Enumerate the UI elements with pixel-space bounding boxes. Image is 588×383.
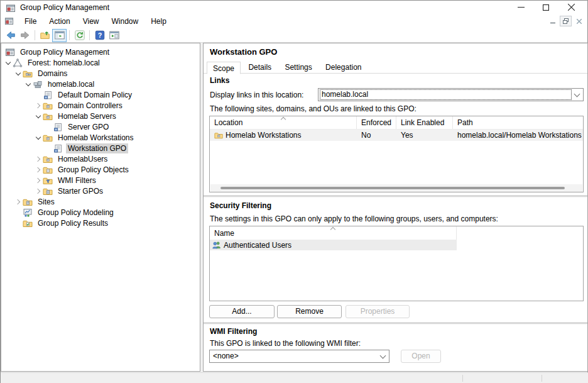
ou-folder-icon — [43, 111, 53, 121]
new-window-button[interactable] — [107, 29, 121, 42]
sort-ascending-icon — [281, 118, 286, 121]
menu-view[interactable]: View — [77, 14, 106, 28]
new-window-icon — [109, 30, 120, 41]
tree-item-homelabusers[interactable]: HomelabUsers — [1, 153, 200, 164]
status-bar-separator — [542, 375, 542, 382]
column-header-name[interactable]: Name — [210, 226, 457, 240]
column-header-link-enabled[interactable]: Link Enabled — [396, 116, 453, 129]
chevron-down-icon[interactable] — [34, 133, 43, 142]
wmi-filtering-intro: This GPO is linked to the following WMI … — [210, 339, 361, 348]
chevron-placeholder — [34, 91, 43, 99]
chevron-down-icon[interactable] — [24, 80, 33, 89]
tree-item-homelab-servers[interactable]: Homelab Servers — [1, 111, 200, 121]
gpmc-window: Group Policy Management File Action View… — [0, 0, 588, 383]
scrollbar-thumb[interactable] — [220, 187, 565, 189]
forward-arrow-icon — [19, 30, 31, 41]
chevron-down-icon[interactable] — [377, 350, 389, 362]
chevron-right-icon[interactable] — [34, 176, 43, 185]
properties-button[interactable]: Properties — [346, 305, 410, 318]
links-heading: Links — [210, 76, 229, 85]
column-header-location[interactable]: Location — [210, 116, 357, 129]
back-button[interactable] — [3, 29, 18, 42]
tab-strip: Scope Details Settings Delegation — [204, 61, 587, 74]
menu-file[interactable]: File — [18, 14, 43, 28]
mdi-close-icon[interactable] — [573, 16, 585, 26]
chevron-right-icon[interactable] — [34, 155, 43, 164]
tree-item-forest[interactable]: Forest: homelab.local — [1, 57, 200, 68]
tab-delegation[interactable]: Delegation — [320, 61, 367, 74]
up-one-level-button[interactable] — [38, 29, 52, 42]
tree-item-group-policy-modeling[interactable]: Group Policy Modeling — [1, 207, 200, 218]
console-tree-icon — [54, 30, 65, 41]
menu-action[interactable]: Action — [43, 14, 76, 28]
maximize-icon[interactable] — [533, 1, 558, 14]
tree-item-sites[interactable]: Sites — [1, 196, 200, 207]
mdi-window-controls — [547, 16, 585, 26]
chevron-right-icon[interactable] — [34, 187, 43, 196]
table-row[interactable]: Homelab Workstations No Yes homelab.loca… — [210, 130, 583, 141]
chevron-down-icon[interactable] — [14, 69, 23, 78]
open-button[interactable]: Open — [401, 350, 441, 363]
tree-item-default-domain-policy[interactable]: Default Domain Policy — [1, 89, 200, 100]
tree-item-group-policy-objects[interactable]: Group Policy Objects — [1, 164, 200, 175]
page-title: Workstation GPO — [210, 47, 277, 57]
tree-item-starter-gpos[interactable]: Starter GPOs — [1, 186, 200, 196]
tree-item-domain-homelab[interactable]: homelab.local — [1, 79, 200, 89]
chevron-right-icon[interactable] — [34, 101, 43, 110]
toolbar-separator — [69, 30, 70, 40]
links-table-header: Location Enforced Link Enabled Path — [210, 116, 583, 130]
status-bar-separator — [462, 375, 463, 382]
column-header-enforced[interactable]: Enforced — [357, 116, 396, 129]
refresh-button[interactable] — [72, 29, 87, 42]
app-icon — [6, 3, 16, 13]
wmi-filtering-heading: WMI Filtering — [210, 327, 257, 336]
tree-item-workstation-gpo[interactable]: Workstation GPO — [1, 143, 200, 153]
remove-button[interactable]: Remove — [277, 305, 342, 318]
mdi-minimize-icon[interactable] — [547, 16, 558, 26]
menu-help[interactable]: Help — [144, 14, 173, 28]
window-controls — [508, 1, 584, 14]
gpo-detail-pane: Workstation GPO Scope Details Settings D… — [203, 43, 588, 372]
ou-folder-icon — [43, 154, 53, 164]
domain-icon — [33, 79, 43, 89]
mdi-restore-icon[interactable] — [560, 16, 572, 26]
location-combobox-value: homelab.local — [320, 90, 571, 99]
close-icon[interactable] — [558, 1, 584, 14]
chevron-right-icon[interactable] — [34, 165, 43, 174]
show-console-tree-button[interactable] — [52, 29, 67, 42]
tree-item-group-policy-results[interactable]: Group Policy Results — [1, 218, 200, 228]
horizontal-scrollbar[interactable] — [210, 184, 582, 192]
chevron-placeholder — [44, 123, 53, 131]
column-header-path[interactable]: Path — [453, 116, 583, 129]
tab-details[interactable]: Details — [242, 61, 277, 74]
console-icon — [5, 47, 15, 57]
ou-folder-icon — [214, 131, 223, 140]
tree-item-homelab-workstations[interactable]: Homelab Workstations — [1, 132, 200, 143]
forest-icon — [13, 58, 23, 68]
minimize-icon[interactable] — [508, 1, 533, 14]
chevron-right-icon[interactable] — [14, 197, 23, 206]
tab-scope[interactable]: Scope — [207, 62, 241, 74]
chevron-down-icon[interactable] — [571, 89, 583, 101]
table-row[interactable]: Authenticated Users — [210, 240, 457, 250]
chevron-down-icon[interactable] — [4, 58, 13, 67]
location-combobox[interactable]: homelab.local — [318, 88, 584, 101]
tab-settings[interactable]: Settings — [279, 61, 317, 74]
tree-item-domain-controllers[interactable]: Domain Controllers — [1, 100, 200, 111]
gpo-icon — [43, 90, 53, 100]
gpo-folder-icon — [43, 165, 53, 175]
console-tree-pane: Group Policy Management Forest: homelab.… — [1, 43, 200, 372]
forward-button[interactable] — [18, 29, 32, 42]
tree-item-group-policy-management[interactable]: Group Policy Management — [1, 47, 200, 57]
security-filtering-table: Name Authenticated Users — [209, 226, 584, 301]
security-filtering-heading: Security Filtering — [210, 201, 271, 210]
tree-item-wmi-filters[interactable]: WMI Filters — [1, 175, 200, 186]
toolbar: ? — [1, 28, 587, 43]
wmi-filter-combobox[interactable]: <none> — [209, 350, 389, 363]
tree-item-server-gpo[interactable]: Server GPO — [1, 121, 200, 132]
help-button[interactable]: ? — [92, 29, 107, 42]
chevron-down-icon[interactable] — [34, 112, 43, 121]
menu-window[interactable]: Window — [106, 14, 145, 28]
tree-item-domains[interactable]: Domains — [1, 68, 200, 79]
add-button[interactable]: Add... — [209, 305, 275, 318]
